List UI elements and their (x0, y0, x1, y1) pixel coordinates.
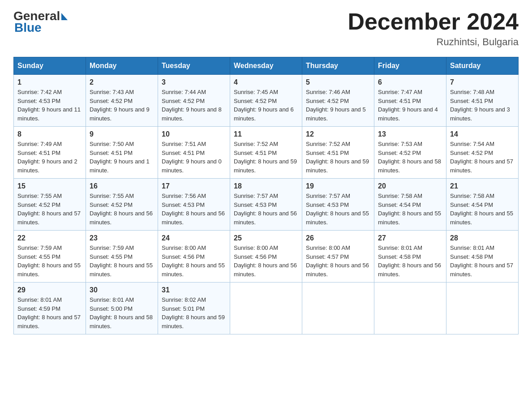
day-number: 23 (90, 234, 154, 242)
day-number: 22 (17, 234, 82, 242)
day-info: Sunrise: 8:00 AMSunset: 4:57 PMDaylight:… (306, 244, 369, 278)
calendar-cell: 27 Sunrise: 8:01 AMSunset: 4:58 PMDaylig… (374, 231, 446, 283)
calendar-cell: 6 Sunrise: 7:47 AMSunset: 4:51 PMDayligh… (374, 75, 446, 127)
calendar-cell: 4 Sunrise: 7:45 AMSunset: 4:52 PMDayligh… (230, 75, 302, 127)
day-info: Sunrise: 7:52 AMSunset: 4:51 PMDaylight:… (234, 141, 297, 174)
calendar-cell: 9 Sunrise: 7:50 AMSunset: 4:51 PMDayligh… (86, 127, 158, 179)
day-number: 5 (306, 78, 370, 86)
day-number: 19 (306, 182, 370, 190)
day-number: 16 (90, 182, 154, 190)
calendar-cell: 13 Sunrise: 7:53 AMSunset: 4:52 PMDaylig… (374, 127, 446, 179)
day-info: Sunrise: 7:51 AMSunset: 4:51 PMDaylight:… (162, 141, 222, 174)
day-number: 30 (90, 286, 154, 294)
day-info: Sunrise: 8:01 AMSunset: 4:59 PMDaylight:… (17, 296, 81, 330)
day-info: Sunrise: 7:59 AMSunset: 4:55 PMDaylight:… (17, 244, 81, 278)
day-number: 2 (90, 78, 154, 86)
day-number: 9 (90, 130, 154, 138)
title-block: December 2024 Ruzhintsi, Bulgaria (348, 9, 519, 48)
day-info: Sunrise: 7:52 AMSunset: 4:51 PMDaylight:… (306, 141, 369, 174)
logo: General Blue (13, 9, 68, 35)
week-row-4: 22 Sunrise: 7:59 AMSunset: 4:55 PMDaylig… (14, 231, 519, 283)
day-number: 31 (162, 286, 226, 294)
day-info: Sunrise: 7:53 AMSunset: 4:52 PMDaylight:… (378, 141, 441, 174)
col-header-friday: Friday (374, 57, 446, 75)
col-header-saturday: Saturday (446, 57, 519, 75)
day-number: 6 (378, 78, 442, 86)
calendar-cell: 15 Sunrise: 7:55 AMSunset: 4:52 PMDaylig… (14, 179, 86, 231)
logo-blue-text: Blue (14, 21, 68, 35)
day-info: Sunrise: 8:01 AMSunset: 4:58 PMDaylight:… (450, 244, 513, 278)
day-number: 8 (17, 130, 82, 138)
col-header-thursday: Thursday (302, 57, 374, 75)
col-header-sunday: Sunday (14, 57, 86, 75)
day-number: 26 (306, 234, 370, 242)
day-number: 13 (378, 130, 442, 138)
day-info: Sunrise: 7:46 AMSunset: 4:52 PMDaylight:… (306, 89, 366, 122)
calendar-cell: 31 Sunrise: 8:02 AMSunset: 5:01 PMDaylig… (158, 283, 230, 334)
day-number: 28 (450, 234, 515, 242)
day-info: Sunrise: 7:54 AMSunset: 4:52 PMDaylight:… (450, 141, 513, 174)
day-info: Sunrise: 7:45 AMSunset: 4:52 PMDaylight:… (234, 89, 294, 122)
day-info: Sunrise: 7:57 AMSunset: 4:53 PMDaylight:… (306, 193, 369, 226)
calendar-cell: 10 Sunrise: 7:51 AMSunset: 4:51 PMDaylig… (158, 127, 230, 179)
day-info: Sunrise: 7:55 AMSunset: 4:52 PMDaylight:… (17, 193, 81, 226)
calendar-cell: 28 Sunrise: 8:01 AMSunset: 4:58 PMDaylig… (446, 231, 519, 283)
location-subtitle: Ruzhintsi, Bulgaria (348, 36, 519, 48)
col-header-wednesday: Wednesday (230, 57, 302, 75)
day-number: 4 (234, 78, 298, 86)
day-number: 25 (234, 234, 298, 242)
day-number: 12 (306, 130, 370, 138)
week-row-5: 29 Sunrise: 8:01 AMSunset: 4:59 PMDaylig… (14, 283, 519, 334)
calendar-cell: 2 Sunrise: 7:43 AMSunset: 4:52 PMDayligh… (86, 75, 158, 127)
calendar-cell: 21 Sunrise: 7:58 AMSunset: 4:54 PMDaylig… (446, 179, 519, 231)
day-number: 27 (378, 234, 442, 242)
day-number: 7 (450, 78, 515, 86)
day-number: 10 (162, 130, 226, 138)
day-number: 18 (234, 182, 298, 190)
day-number: 1 (17, 78, 82, 86)
col-header-monday: Monday (86, 57, 158, 75)
day-number: 21 (450, 182, 515, 190)
calendar-cell: 18 Sunrise: 7:57 AMSunset: 4:53 PMDaylig… (230, 179, 302, 231)
calendar-cell: 30 Sunrise: 8:01 AMSunset: 5:00 PMDaylig… (86, 283, 158, 334)
calendar-cell: 24 Sunrise: 8:00 AMSunset: 4:56 PMDaylig… (158, 231, 230, 283)
day-info: Sunrise: 8:00 AMSunset: 4:56 PMDaylight:… (162, 244, 225, 278)
calendar-cell: 12 Sunrise: 7:52 AMSunset: 4:51 PMDaylig… (302, 127, 374, 179)
day-info: Sunrise: 7:59 AMSunset: 4:55 PMDaylight:… (90, 244, 153, 278)
calendar-cell: 23 Sunrise: 7:59 AMSunset: 4:55 PMDaylig… (86, 231, 158, 283)
calendar-cell (230, 283, 302, 334)
logo-triangle-icon (61, 13, 68, 20)
calendar-cell: 11 Sunrise: 7:52 AMSunset: 4:51 PMDaylig… (230, 127, 302, 179)
month-title: December 2024 (348, 9, 519, 34)
calendar-cell: 22 Sunrise: 7:59 AMSunset: 4:55 PMDaylig… (14, 231, 86, 283)
day-info: Sunrise: 7:47 AMSunset: 4:51 PMDaylight:… (378, 89, 438, 122)
day-number: 17 (162, 182, 226, 190)
day-info: Sunrise: 7:56 AMSunset: 4:53 PMDaylight:… (162, 193, 225, 226)
day-info: Sunrise: 7:44 AMSunset: 4:52 PMDaylight:… (162, 89, 222, 122)
calendar-cell: 5 Sunrise: 7:46 AMSunset: 4:52 PMDayligh… (302, 75, 374, 127)
calendar-header-row: SundayMondayTuesdayWednesdayThursdayFrid… (14, 57, 519, 75)
calendar-cell (374, 283, 446, 334)
day-info: Sunrise: 8:01 AMSunset: 5:00 PMDaylight:… (90, 296, 153, 330)
day-number: 15 (17, 182, 82, 190)
calendar-cell (446, 283, 519, 334)
day-number: 29 (17, 286, 82, 294)
calendar-cell: 29 Sunrise: 8:01 AMSunset: 4:59 PMDaylig… (14, 283, 86, 334)
day-info: Sunrise: 7:43 AMSunset: 4:52 PMDaylight:… (90, 89, 150, 122)
calendar-cell: 1 Sunrise: 7:42 AMSunset: 4:53 PMDayligh… (14, 75, 86, 127)
day-info: Sunrise: 8:02 AMSunset: 5:01 PMDaylight:… (162, 296, 225, 330)
day-info: Sunrise: 7:57 AMSunset: 4:53 PMDaylight:… (234, 193, 297, 226)
calendar-table: SundayMondayTuesdayWednesdayThursdayFrid… (13, 57, 519, 334)
col-header-tuesday: Tuesday (158, 57, 230, 75)
page-header: General Blue December 2024 Ruzhintsi, Bu… (13, 9, 519, 48)
calendar-cell: 19 Sunrise: 7:57 AMSunset: 4:53 PMDaylig… (302, 179, 374, 231)
calendar-cell: 20 Sunrise: 7:58 AMSunset: 4:54 PMDaylig… (374, 179, 446, 231)
calendar-cell: 7 Sunrise: 7:48 AMSunset: 4:51 PMDayligh… (446, 75, 519, 127)
calendar-cell: 3 Sunrise: 7:44 AMSunset: 4:52 PMDayligh… (158, 75, 230, 127)
day-info: Sunrise: 8:00 AMSunset: 4:56 PMDaylight:… (234, 244, 297, 278)
day-info: Sunrise: 8:01 AMSunset: 4:58 PMDaylight:… (378, 244, 441, 278)
day-info: Sunrise: 7:48 AMSunset: 4:51 PMDaylight:… (450, 89, 510, 122)
day-info: Sunrise: 7:50 AMSunset: 4:51 PMDaylight:… (90, 141, 150, 174)
week-row-1: 1 Sunrise: 7:42 AMSunset: 4:53 PMDayligh… (14, 75, 519, 127)
day-number: 11 (234, 130, 298, 138)
